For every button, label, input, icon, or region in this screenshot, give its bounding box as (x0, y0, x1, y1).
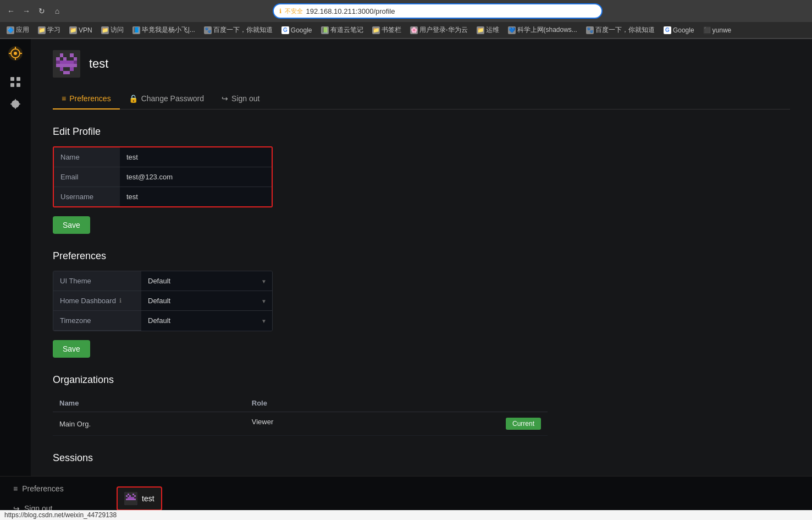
preferences-save-button[interactable]: Save (53, 340, 90, 358)
bookmark-youdao[interactable]: 📗 有道云笔记 (319, 24, 366, 36)
bookmark-study[interactable]: 📁 学习 (36, 24, 63, 36)
svg-rect-31 (128, 497, 134, 499)
forward-button[interactable]: → (20, 4, 33, 18)
svg-rect-19 (56, 64, 77, 67)
svg-rect-18 (60, 61, 74, 64)
sidebar-item-settings[interactable] (5, 94, 25, 114)
svg-rect-8 (16, 77, 20, 81)
bookmark-vpn2[interactable]: 💙 科学上网(shadows... (506, 24, 579, 36)
svg-rect-14 (70, 53, 73, 57)
svg-rect-28 (126, 495, 128, 497)
tab-preferences[interactable]: ≡ Preferences (53, 89, 120, 110)
svg-rect-9 (10, 83, 14, 87)
bookmark-google1[interactable]: G Google (279, 25, 314, 35)
sign-out-icon: ↪ (222, 94, 228, 103)
sessions-title: Sessions (53, 452, 790, 464)
bookmark-huawei[interactable]: 🌸 用户登录-华为云 (408, 24, 470, 36)
bottom-avatar (124, 492, 137, 505)
bookmark-google2[interactable]: G Google (661, 25, 697, 35)
bookmark-ops[interactable]: 📁 运维 (474, 24, 501, 36)
org-role-column: Role (245, 395, 548, 412)
edit-profile-title: Edit Profile (53, 126, 790, 138)
grafana-logo[interactable] (5, 43, 25, 63)
edit-profile-form: Name Email Username (53, 146, 273, 207)
status-bar: https://blog.csdn.net/weixin_44729138 (0, 510, 812, 520)
bottom-preferences-label: Preferences (22, 484, 63, 493)
app-container: test ≡ Preferences 🔒 Change Password ↪ S… (0, 39, 812, 476)
bottom-username: test (142, 494, 154, 503)
bookmark-vpn[interactable]: 📁 VPN (67, 25, 95, 35)
reload-button[interactable]: ↻ (35, 4, 48, 18)
svg-rect-26 (128, 494, 129, 495)
svg-rect-17 (74, 57, 77, 61)
timezone-select-wrapper: Default (141, 311, 272, 331)
status-url: https://blog.csdn.net/weixin_44729138 (4, 511, 117, 519)
bookmark-apps[interactable]: 🔷 应用 (4, 24, 31, 36)
name-input[interactable] (120, 147, 272, 167)
home-button[interactable]: ⌂ (51, 4, 64, 18)
home-dashboard-select[interactable]: Default (141, 291, 272, 310)
preferences-title: Preferences (53, 250, 790, 262)
svg-rect-22 (63, 71, 70, 74)
org-role-cell: Viewer Current (245, 412, 548, 436)
svg-rect-24 (74, 61, 77, 64)
ui-theme-select[interactable]: Default Dark Light (141, 271, 272, 291)
svg-rect-32 (126, 499, 136, 500)
timezone-select[interactable]: Default (141, 311, 272, 330)
preferences-tab-label: Preferences (69, 94, 111, 103)
home-dashboard-select-wrapper: Default (141, 291, 272, 311)
bookmark-yang[interactable]: 📘 毕竟我是杨小飞|... (130, 24, 197, 36)
preferences-tab-icon: ≡ (62, 94, 66, 103)
browser-toolbar: ← → ↻ ⌂ ℹ 不安全 192.168.10.211:3000/profil… (0, 0, 812, 22)
main-content: test ≡ Preferences 🔒 Change Password ↪ S… (31, 39, 812, 476)
email-input[interactable] (120, 167, 272, 187)
avatar (53, 50, 80, 78)
bookmark-baidu1[interactable]: 🐾 百度一下，你就知道 (202, 24, 275, 36)
security-icon: ℹ (279, 8, 281, 15)
nav-buttons: ← → ↻ ⌂ (4, 4, 64, 18)
bookmark-visit[interactable]: 📁 访问 (99, 24, 126, 36)
bottom-preferences-icon: ≡ (13, 484, 18, 493)
svg-rect-10 (16, 83, 20, 87)
tab-change-password[interactable]: 🔒 Change Password (120, 89, 213, 110)
svg-rect-16 (63, 57, 67, 61)
current-badge: Current (506, 418, 541, 430)
svg-rect-27 (132, 494, 134, 495)
org-name-column: Name (53, 395, 245, 412)
org-role-value: Viewer (252, 418, 274, 426)
svg-rect-20 (60, 67, 63, 70)
org-name-cell: Main Org. (53, 412, 245, 436)
browser-chrome: ← → ↻ ⌂ ℹ 不安全 192.168.10.211:3000/profil… (0, 0, 812, 39)
profile-header: test (53, 50, 790, 78)
lock-icon: 🔒 (129, 94, 138, 103)
insecure-label: 不安全 (285, 7, 303, 15)
timezone-label: Timezone (53, 311, 141, 331)
svg-rect-29 (129, 495, 131, 497)
home-dashboard-info-icon[interactable]: ℹ (119, 297, 121, 304)
sidebar (0, 39, 31, 476)
ui-theme-label: UI Theme (53, 271, 141, 291)
preferences-form: UI Theme Default Dark Light Home Dashboa… (53, 271, 273, 331)
svg-rect-23 (56, 61, 59, 64)
tab-sign-out[interactable]: ↪ Sign out (213, 89, 268, 110)
edit-profile-save-button[interactable]: Save (53, 216, 90, 234)
address-bar[interactable]: ℹ 不安全 192.168.10.211:3000/profile (273, 3, 603, 19)
sidebar-item-dashboards[interactable] (5, 72, 25, 92)
bottom-preferences-link[interactable]: ≡ Preferences (7, 479, 117, 499)
username-input[interactable] (120, 187, 272, 206)
bottom-user-button[interactable]: test (117, 486, 162, 511)
sign-out-tab-label: Sign out (231, 94, 259, 103)
change-password-tab-label: Change Password (141, 94, 204, 103)
bookmark-yunwe[interactable]: ⬛ yunwe (701, 25, 734, 35)
bookmark-baidu2[interactable]: 🐾 百度一下，你就知道 (584, 24, 657, 36)
back-button[interactable]: ← (4, 4, 18, 18)
svg-rect-30 (134, 495, 136, 497)
name-label: Name (54, 147, 120, 167)
url-display[interactable]: 192.168.10.211:3000/profile (306, 7, 596, 15)
bookmark-folder[interactable]: 📁 书签栏 (370, 24, 404, 36)
organizations-table: Name Role Main Org. Viewer Current (53, 395, 548, 436)
svg-rect-21 (70, 67, 73, 70)
table-row: Main Org. Viewer Current (53, 412, 548, 436)
email-label: Email (54, 167, 120, 187)
organizations-title: Organizations (53, 374, 790, 386)
